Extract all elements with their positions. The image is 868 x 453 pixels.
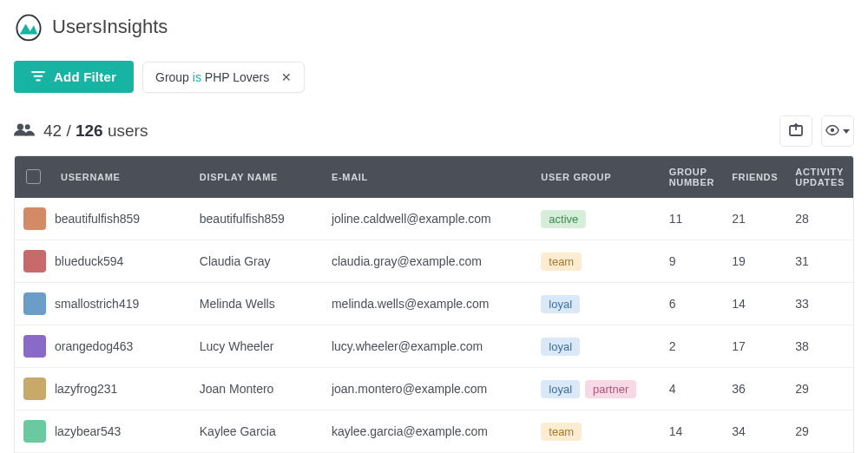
filter-icon — [31, 69, 45, 84]
cell-display-name: Lucy Wheeler — [191, 325, 323, 368]
avatar — [23, 207, 46, 230]
cell-friends: 36 — [723, 368, 786, 410]
svg-point-4 — [25, 124, 30, 129]
filter-chip-op: is — [193, 70, 201, 84]
chevron-down-icon — [843, 129, 850, 134]
cell-username: lazyfrog231 — [55, 382, 117, 396]
add-filter-label: Add Filter — [54, 69, 116, 84]
logo-icon — [14, 12, 43, 42]
cell-email: lucy.wheeler@example.com — [323, 325, 532, 368]
col-header-display-name[interactable]: DISPLAY NAME — [191, 156, 323, 198]
cell-activity-updates: 33 — [786, 283, 853, 325]
toolbar: Add Filter Group is PHP Lovers ✕ — [14, 61, 854, 93]
cell-email: melinda.wells@example.com — [323, 283, 532, 325]
cell-user-group: team — [532, 240, 660, 283]
svg-point-3 — [17, 124, 23, 130]
filter-chip-text: Group is PHP Lovers — [155, 70, 269, 84]
user-count-suffix: users — [108, 121, 148, 140]
cell-activity-updates: 38 — [786, 325, 853, 368]
table-row[interactable]: orangedog463Lucy Wheelerlucy.wheeler@exa… — [15, 325, 853, 368]
avatar — [23, 420, 46, 443]
svg-rect-1 — [34, 76, 43, 77]
cell-display-name: beautifulfish859 — [191, 198, 323, 240]
brand-name: UsersInsights — [52, 16, 168, 38]
table-row[interactable]: lazybear543Kaylee Garciakaylee.garcia@ex… — [15, 410, 853, 453]
cell-display-name: Claudia Gray — [191, 240, 323, 283]
cell-user-group: loyal — [532, 283, 660, 325]
group-tag: team — [541, 253, 582, 271]
user-count: 42 / 126 users — [14, 121, 148, 141]
users-table: USERNAME DISPLAY NAME E-MAIL USER GROUP … — [14, 155, 854, 453]
avatar — [23, 292, 46, 315]
col-header-username[interactable]: USERNAME — [52, 156, 191, 198]
cell-user-group: loyalpartner — [532, 368, 660, 410]
filter-chip-field: Group — [155, 70, 189, 84]
cell-username: orangedog463 — [55, 339, 133, 353]
col-header-friends[interactable]: FRIENDS — [723, 156, 786, 198]
group-tag: active — [541, 210, 586, 228]
svg-rect-0 — [31, 71, 44, 73]
cell-group-number: 2 — [661, 325, 723, 368]
select-all-checkbox[interactable] — [26, 169, 41, 184]
users-icon — [14, 121, 35, 141]
brand-logo: UsersInsights — [14, 12, 854, 42]
table-row[interactable]: smallostrich419Melinda Wellsmelinda.well… — [15, 283, 853, 325]
cell-friends: 17 — [723, 325, 786, 368]
svg-rect-2 — [36, 79, 40, 81]
cell-username: beautifulfish859 — [55, 212, 140, 226]
avatar — [23, 335, 46, 358]
cell-activity-updates: 31 — [786, 240, 853, 283]
cell-activity-updates: 29 — [786, 410, 853, 453]
cell-activity-updates: 29 — [786, 368, 853, 410]
col-header-email[interactable]: E-MAIL — [323, 156, 532, 198]
cell-activity-updates: 28 — [786, 198, 853, 240]
cell-username: lazybear543 — [55, 424, 121, 438]
col-header-activity-updates[interactable]: ACTIVITY UPDATES — [786, 156, 853, 198]
cell-friends: 34 — [723, 410, 786, 453]
cell-group-number: 9 — [661, 240, 723, 283]
user-count-total: 126 — [76, 121, 103, 140]
cell-group-number: 11 — [661, 198, 723, 240]
table-row[interactable]: blueduck594Claudia Grayclaudia.gray@exam… — [15, 240, 853, 283]
avatar — [23, 250, 46, 272]
cell-group-number: 14 — [661, 410, 723, 453]
cell-friends: 14 — [723, 283, 786, 325]
group-tag: team — [541, 423, 582, 441]
table-actions — [779, 115, 854, 147]
user-count-sep: / — [66, 121, 70, 140]
cell-user-group: active — [532, 198, 660, 240]
user-count-visible: 42 — [43, 121, 62, 140]
group-tag: loyal — [541, 338, 580, 356]
table-row[interactable]: lazyfrog231Joan Monterojoan.montero@exam… — [15, 368, 853, 410]
add-filter-button[interactable]: Add Filter — [14, 61, 134, 93]
col-header-group-number[interactable]: GROUP NUMBER — [661, 156, 723, 198]
filter-chip-remove-icon[interactable]: ✕ — [278, 70, 292, 84]
cell-user-group: loyal — [532, 325, 660, 368]
svg-point-6 — [831, 128, 834, 131]
cell-username: blueduck594 — [55, 254, 123, 268]
cell-display-name: Melinda Wells — [191, 283, 323, 325]
filter-chip-value: PHP Lovers — [205, 70, 269, 84]
columns-visibility-button[interactable] — [821, 115, 854, 147]
cell-group-number: 4 — [661, 368, 723, 410]
cell-friends: 21 — [723, 198, 786, 240]
cell-user-group: team — [532, 410, 660, 453]
table-row[interactable]: beautifulfish859beautifulfish859joline.c… — [15, 198, 853, 240]
export-button[interactable] — [779, 115, 812, 147]
cell-group-number: 6 — [661, 283, 723, 325]
cell-display-name: Joan Montero — [191, 368, 323, 410]
cell-display-name: Kaylee Garcia — [191, 410, 323, 453]
cell-email: joan.montero@example.com — [323, 368, 532, 410]
group-tag: loyal — [541, 380, 580, 398]
cell-email: joline.caldwell@example.com — [323, 198, 532, 240]
cell-email: claudia.gray@example.com — [323, 240, 532, 283]
filter-chip[interactable]: Group is PHP Lovers ✕ — [142, 62, 305, 93]
avatar — [23, 378, 46, 400]
cell-email: kaylee.garcia@example.com — [323, 410, 532, 453]
group-tag: partner — [585, 380, 636, 398]
group-tag: loyal — [541, 295, 580, 313]
eye-icon — [825, 123, 839, 140]
col-header-user-group[interactable]: USER GROUP — [532, 156, 660, 198]
cell-username: smallostrich419 — [55, 297, 139, 311]
cell-friends: 19 — [723, 240, 786, 283]
